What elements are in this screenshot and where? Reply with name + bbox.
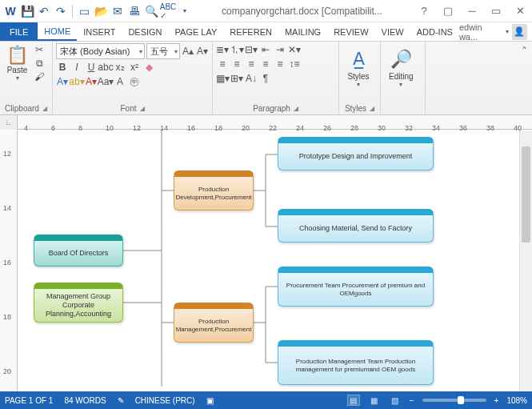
tab-insert[interactable]: INSERT bbox=[77, 22, 122, 41]
asian-layout-icon[interactable]: ✕▾ bbox=[288, 43, 301, 56]
paste-button[interactable]: 📋 Paste ▾ bbox=[3, 43, 31, 83]
tab-review[interactable]: REVIEW bbox=[327, 22, 374, 41]
minimize-icon[interactable]: ─ bbox=[460, 2, 484, 21]
justify-icon[interactable]: ≡ bbox=[259, 58, 272, 70]
vertical-scrollbar[interactable] bbox=[519, 130, 532, 391]
view-read-mode-icon[interactable]: ▦ bbox=[368, 395, 381, 406]
spelling-icon[interactable]: ABC✓ bbox=[161, 4, 175, 18]
restore-icon[interactable]: ▭ bbox=[484, 2, 508, 21]
orgbox-board[interactable]: Board Of Directors bbox=[34, 235, 123, 267]
increase-indent-icon[interactable]: ⇥ bbox=[274, 43, 286, 56]
orgbox-material[interactable]: Choosing Material, Send to Factory bbox=[278, 209, 434, 243]
line-spacing-icon[interactable]: ↕≡ bbox=[288, 58, 301, 70]
ruler-corner[interactable]: ∟ bbox=[0, 115, 18, 130]
enclose-icon[interactable]: ㊥ bbox=[128, 75, 141, 88]
tab-home[interactable]: HOME bbox=[38, 22, 77, 41]
align-left-icon[interactable]: ≡ bbox=[216, 58, 229, 70]
numbering-icon[interactable]: ⒈▾ bbox=[230, 43, 243, 56]
user-menu-icon[interactable]: ▾ bbox=[506, 28, 509, 35]
tab-view[interactable]: VIEW bbox=[375, 22, 410, 41]
status-page[interactable]: PAGE 1 OF 1 bbox=[5, 396, 53, 405]
styles-group-label: Styles bbox=[345, 104, 366, 113]
save-icon[interactable]: 💾 bbox=[20, 4, 34, 18]
clipboard-launcher-icon[interactable]: ◢ bbox=[42, 105, 47, 112]
strikethrough-button[interactable]: abc bbox=[99, 61, 112, 74]
zoom-in-button[interactable]: + bbox=[494, 396, 499, 405]
shrink-font-icon[interactable]: A▾ bbox=[196, 45, 209, 58]
status-macro-icon[interactable]: ▣ bbox=[206, 396, 214, 405]
orgbox-production-dev[interactable]: Production Development,Procurement bbox=[174, 170, 254, 211]
distribute-icon[interactable]: ≡ bbox=[274, 58, 286, 70]
align-right-icon[interactable]: ≡ bbox=[245, 58, 258, 70]
multilevel-icon[interactable]: ⊟▾ bbox=[245, 43, 258, 56]
orgbox-management[interactable]: Management Group Corporate Planning,Acco… bbox=[34, 283, 123, 323]
decrease-indent-icon[interactable]: ⇤ bbox=[259, 43, 272, 56]
editing-button[interactable]: 🔎 Editing ▾ bbox=[384, 43, 418, 91]
font-family-combo[interactable]: 宋体 (Body Asian)▾ bbox=[56, 43, 145, 59]
preview-icon[interactable]: 🔍 bbox=[144, 4, 158, 18]
italic-button[interactable]: I bbox=[70, 61, 83, 74]
copy-icon[interactable]: ⧉ bbox=[33, 57, 46, 70]
quickprint-icon[interactable]: 🖶 bbox=[127, 4, 142, 18]
orgbox-production-team[interactable]: Production Management Team Production ma… bbox=[278, 340, 434, 385]
cut-icon[interactable]: ✂ bbox=[33, 43, 46, 56]
help-icon[interactable]: ? bbox=[412, 2, 436, 21]
ruler-horizontal[interactable]: ∟ 4 6 8 10 12 14 16 18 20 22 24 26 28 30… bbox=[0, 115, 532, 130]
show-marks-icon[interactable]: ¶ bbox=[259, 72, 272, 85]
user-name[interactable]: edwin wa... bbox=[459, 22, 502, 42]
document-canvas[interactable]: Board Of Directors Management Group Corp… bbox=[18, 130, 532, 391]
sort-icon[interactable]: A↓ bbox=[245, 72, 258, 85]
word-app-icon[interactable]: W bbox=[3, 4, 18, 18]
font-color-icon[interactable]: A▾ bbox=[85, 75, 98, 88]
tab-page-layout[interactable]: PAGE LAY bbox=[169, 22, 224, 41]
orgbox-prototype[interactable]: Prototype Design and Improvement bbox=[278, 137, 434, 170]
shading-icon[interactable]: ▦▾ bbox=[216, 72, 229, 85]
bold-button[interactable]: B bbox=[56, 61, 69, 74]
change-case-icon[interactable]: Aa▾ bbox=[99, 75, 112, 88]
align-center-icon[interactable]: ≡ bbox=[230, 58, 243, 70]
ribbon-options-icon[interactable]: ▢ bbox=[436, 2, 460, 21]
paragraph-launcher-icon[interactable]: ◢ bbox=[294, 105, 298, 112]
styles-launcher-icon[interactable]: ◢ bbox=[370, 105, 374, 112]
tab-references[interactable]: REFEREN bbox=[223, 22, 278, 41]
highlight-icon[interactable]: ab▾ bbox=[70, 75, 83, 88]
borders-icon[interactable]: ⊞▾ bbox=[230, 72, 243, 85]
zoom-slider[interactable] bbox=[422, 399, 486, 402]
new-icon[interactable]: ▭ bbox=[77, 4, 91, 18]
orgbox-production-mgmt[interactable]: Production Management,Procurement bbox=[174, 303, 254, 343]
email-icon[interactable]: ✉ bbox=[110, 4, 125, 18]
styles-icon: A̲ bbox=[347, 46, 370, 72]
text-effects-icon[interactable]: A▾ bbox=[56, 75, 69, 88]
char-border-icon[interactable]: A bbox=[114, 75, 126, 88]
zoom-level[interactable]: 108% bbox=[506, 396, 527, 405]
subscript-button[interactable]: x₂ bbox=[114, 61, 126, 74]
zoom-out-button[interactable]: − bbox=[410, 396, 414, 405]
status-proof-icon[interactable]: ✎ bbox=[118, 396, 124, 405]
clear-format-icon[interactable]: ◆ bbox=[142, 61, 155, 74]
redo-icon[interactable]: ↷ bbox=[54, 4, 68, 18]
view-web-layout-icon[interactable]: ▧ bbox=[389, 395, 402, 406]
view-print-layout-icon[interactable]: ▤ bbox=[347, 395, 360, 406]
underline-button[interactable]: U bbox=[85, 61, 98, 74]
styles-button[interactable]: A̲ Styles ▾ bbox=[342, 43, 374, 91]
collapse-ribbon-icon[interactable]: ˄ bbox=[517, 42, 532, 114]
avatar[interactable]: 👤 bbox=[512, 24, 527, 40]
status-language[interactable]: CHINESE (PRC) bbox=[135, 396, 195, 405]
font-launcher-icon[interactable]: ◢ bbox=[140, 105, 145, 112]
tab-mailing[interactable]: MAILING bbox=[278, 22, 327, 41]
grow-font-icon[interactable]: A▴ bbox=[182, 45, 194, 58]
font-size-combo[interactable]: 五号▾ bbox=[146, 43, 180, 59]
bullets-icon[interactable]: ≣▾ bbox=[216, 43, 229, 56]
status-words[interactable]: 84 WORDS bbox=[64, 396, 106, 405]
open-icon[interactable]: 📂 bbox=[94, 4, 108, 18]
tab-design[interactable]: DESIGN bbox=[122, 22, 168, 41]
undo-icon[interactable]: ↶ bbox=[37, 4, 51, 18]
superscript-button[interactable]: x² bbox=[128, 61, 141, 74]
orgbox-procurement-team[interactable]: Procurement Team Procurement of premium … bbox=[278, 267, 434, 307]
format-painter-icon[interactable]: 🖌 bbox=[33, 70, 46, 83]
ruler-vertical[interactable]: 12 14 16 18 20 bbox=[0, 130, 18, 391]
qat-customize-icon[interactable]: ▾ bbox=[178, 4, 192, 18]
close-icon[interactable]: ✕ bbox=[508, 2, 532, 21]
tab-file[interactable]: FILE bbox=[0, 22, 38, 41]
tab-addins[interactable]: ADD-INS bbox=[410, 22, 459, 41]
